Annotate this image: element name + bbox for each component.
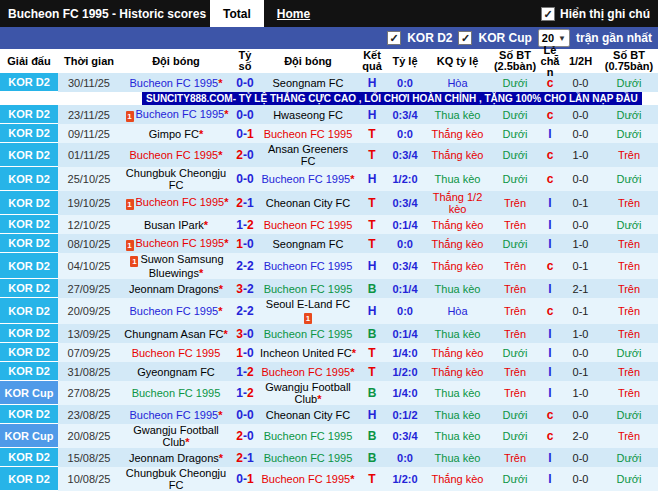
handicap-odds: 0:0 bbox=[386, 298, 424, 324]
away-goals: 2 bbox=[247, 387, 254, 399]
over-under-25: Trên bbox=[491, 381, 539, 405]
handicap-odds: 1/2:0 bbox=[386, 167, 424, 191]
halftime-score: 2-1 bbox=[561, 279, 600, 298]
match-row: KOR D225/10/25Chungbuk Cheongju FC0-0Buc… bbox=[0, 167, 658, 191]
away-goals: 2 bbox=[247, 366, 254, 378]
match-date: 27/09/25 bbox=[58, 279, 120, 298]
kor-cup-checkbox[interactable]: ✓ bbox=[458, 31, 472, 45]
show-notes-checkbox[interactable]: ✓ bbox=[541, 7, 555, 21]
red-card-icon: 1 bbox=[304, 313, 312, 324]
match-row: KOR Cup20/08/25Gwangju Football Club*2-0… bbox=[0, 424, 658, 448]
away-team-cell: Seongnam FC bbox=[258, 234, 358, 253]
team-name: Hwaseong FC bbox=[273, 109, 343, 121]
star-icon: * bbox=[218, 77, 222, 89]
team-name: Suwon Samsung Bluewings bbox=[140, 253, 223, 279]
match-date: 01/11/25 bbox=[58, 143, 120, 167]
tab-home[interactable]: Home bbox=[264, 0, 323, 27]
home-team-label: Gimpo FC* bbox=[149, 128, 203, 140]
handicap-odds: 0:1/4 bbox=[386, 279, 424, 298]
home-goals: 0 bbox=[236, 173, 243, 185]
odd-even-result: l bbox=[539, 343, 561, 362]
home-team-label: Chungbuk Cheongju FC bbox=[122, 467, 230, 491]
away-team-cell: Bucheon FC 1995 bbox=[258, 215, 358, 234]
col-header-score: Tỷ số bbox=[232, 50, 258, 72]
halftime-score: 0-0 bbox=[561, 167, 600, 191]
handicap-odds: 0:1/2 bbox=[386, 405, 424, 424]
away-goals: 2 bbox=[247, 219, 254, 231]
away-team-label: Seongnam FC bbox=[273, 238, 344, 250]
match-row: KOR D215/08/25Jeonnam Dragons*2-1Bucheon… bbox=[0, 448, 658, 467]
match-row: KOR D227/09/25Jeonnam Dragons*3-2Bucheon… bbox=[0, 279, 658, 298]
home-goals: 0 bbox=[236, 109, 243, 121]
over-under-075: Dưới bbox=[600, 343, 658, 362]
over-under-25: Dưới bbox=[491, 424, 539, 448]
handicap-odds: 0:3/4 bbox=[386, 424, 424, 448]
away-team-label: Bucheon FC 1995 bbox=[264, 260, 353, 272]
result-letter: B bbox=[358, 324, 386, 343]
home-team-label: Busan IPark* bbox=[144, 219, 208, 231]
handicap-result: Thắng kèo bbox=[424, 234, 491, 253]
final-score: 1-2 bbox=[232, 215, 258, 234]
over-under-25: Dưới bbox=[491, 105, 539, 124]
star-icon: * bbox=[218, 305, 222, 317]
home-team-label: Jeonnam Dragons* bbox=[129, 452, 223, 464]
promo-banner-link[interactable]: SUNCITY888.COM- TỶ LỆ THẮNG CỰC CAO , LỐ… bbox=[142, 92, 642, 105]
odd-even-result: c bbox=[539, 73, 561, 92]
home-team-label: Chungnam Asan FC* bbox=[124, 328, 227, 340]
kor-cup-label: KOR Cup bbox=[478, 31, 531, 45]
result-letter: B bbox=[358, 381, 386, 405]
over-under-075: Trên bbox=[600, 253, 658, 279]
home-team-label: 1Bucheon FC 1995* bbox=[124, 237, 229, 251]
tab-total[interactable]: Total bbox=[210, 0, 264, 27]
final-score: 3-2 bbox=[232, 279, 258, 298]
star-icon: * bbox=[350, 173, 354, 185]
final-score: 0-0 bbox=[232, 105, 258, 124]
team-name: Bucheon FC 1995 bbox=[262, 366, 351, 378]
show-notes-label: Hiển thị ghi chú bbox=[560, 7, 650, 21]
match-row: KOR D212/10/25Busan IPark*1-2Bucheon FC … bbox=[0, 215, 658, 234]
league-badge: KOR Cup bbox=[0, 424, 58, 448]
col-header-halftime: 1/2H bbox=[561, 56, 600, 67]
team-name: Cheonan City FC bbox=[266, 197, 350, 209]
away-team-cell: Bucheon FC 1995* bbox=[258, 467, 358, 491]
away-goals: 0 bbox=[247, 347, 254, 359]
result-letter: H bbox=[358, 298, 386, 324]
halftime-score: 0-1 bbox=[561, 362, 600, 381]
halftime-score: 0-0 bbox=[561, 215, 600, 234]
handicap-result: Thua kèo bbox=[424, 167, 491, 191]
odd-even-result: c bbox=[539, 424, 561, 448]
over-under-25: Trên bbox=[491, 253, 539, 279]
kor-d2-checkbox[interactable]: ✓ bbox=[387, 31, 401, 45]
away-team-cell: Bucheon FC 1995 bbox=[258, 124, 358, 143]
team-name: Bucheon FC 1995 bbox=[136, 237, 225, 249]
match-row: KOR D210/08/25Chungbuk Cheongju FC0-1Buc… bbox=[0, 467, 658, 491]
match-date: 15/08/25 bbox=[58, 448, 120, 467]
handicap-result: Thắng kèo bbox=[424, 362, 491, 381]
home-team-label: 1Bucheon FC 1995* bbox=[124, 196, 229, 210]
odd-even-result: l bbox=[539, 215, 561, 234]
over-under-075: Dưới bbox=[600, 73, 658, 92]
match-row: KOR D223/11/251Bucheon FC 1995*0-0Hwaseo… bbox=[0, 105, 658, 124]
away-goals: 0 bbox=[247, 149, 254, 161]
halftime-score: 0-1 bbox=[561, 253, 600, 279]
handicap-odds: 1/2:0 bbox=[386, 362, 424, 381]
match-count-value: 20 bbox=[542, 32, 554, 44]
handicap-odds: 0:1/4 bbox=[386, 324, 424, 343]
home-goals: 1 bbox=[236, 387, 243, 399]
match-date: 23/08/25 bbox=[58, 405, 120, 424]
match-row: KOR D219/10/251Bucheon FC 1995*2-1Cheona… bbox=[0, 191, 658, 215]
handicap-odds: 0:3/4 bbox=[386, 253, 424, 279]
over-under-075: Dưới bbox=[600, 167, 658, 191]
odd-even-result: l bbox=[539, 279, 561, 298]
over-under-075: Trên bbox=[600, 362, 658, 381]
over-under-075: Dưới bbox=[600, 105, 658, 124]
handicap-result: Thắng kèo bbox=[424, 343, 491, 362]
handicap-result: Hòa bbox=[424, 298, 491, 324]
league-badge: KOR D2 bbox=[0, 124, 58, 143]
home-team-cell: Busan IPark* bbox=[120, 215, 232, 234]
home-goals: 2 bbox=[236, 430, 243, 442]
league-badge: KOR D2 bbox=[0, 143, 58, 167]
away-team-label: Hwaseong FC bbox=[273, 109, 343, 121]
over-under-075: Dưới bbox=[600, 405, 658, 424]
away-team-label: Cheonan City FC bbox=[266, 409, 350, 421]
